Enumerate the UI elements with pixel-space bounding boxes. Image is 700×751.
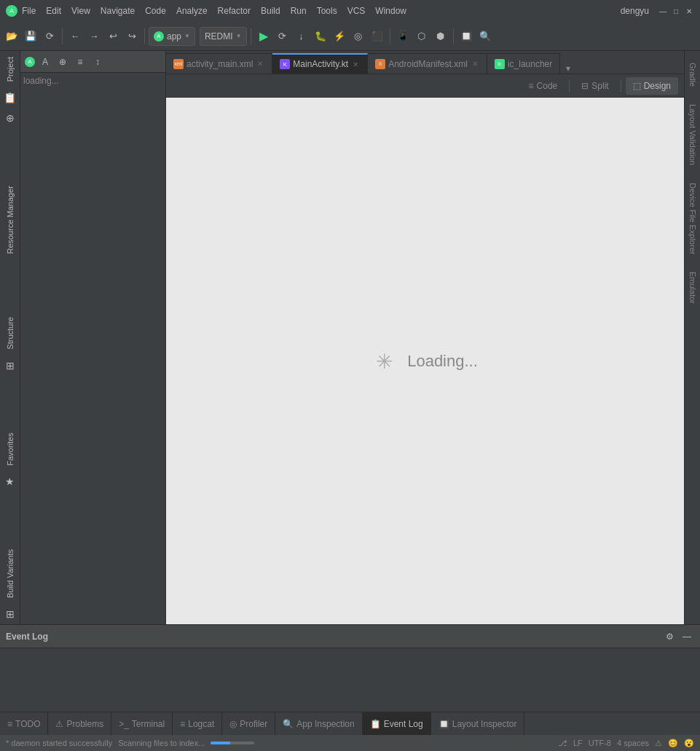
project-icon-btn-4[interactable]: ↕ (90, 55, 105, 69)
logcat-label: Logcat (188, 719, 214, 729)
forward-button[interactable]: → (85, 26, 103, 47)
menu-analyze[interactable]: Analyze (172, 4, 212, 17)
tab-xml-icon-1: xml (173, 59, 184, 69)
sidebar-icon-favorites[interactable]: ★ (1, 473, 19, 490)
app-dropdown-icon: A (154, 31, 164, 42)
git-branch-icon[interactable]: ⎇ (558, 739, 567, 748)
project-icon-btn-2[interactable]: ⊕ (55, 55, 70, 69)
search-everywhere-button[interactable]: 🔍 (476, 26, 494, 47)
menu-code[interactable]: Code (141, 4, 170, 17)
username-label: dengyu (621, 6, 649, 16)
status-tab-profiler[interactable]: ◎ Profiler (222, 712, 275, 735)
debug-button[interactable]: 🐛 (312, 26, 329, 47)
tab-android-manifest-close[interactable]: ✕ (471, 59, 479, 68)
menu-file[interactable]: File (17, 4, 40, 17)
project-icon-btn-3[interactable]: ≡ (73, 55, 87, 69)
loading-spinner (372, 350, 396, 373)
menu-refactor[interactable]: Refactor (213, 4, 255, 17)
menu-vcs[interactable]: VCS (343, 4, 370, 17)
sidebar-item-project[interactable]: Project (3, 51, 17, 87)
save-all-button[interactable]: 💾 (22, 26, 39, 47)
sidebar-item-structure[interactable]: Structure (3, 311, 17, 355)
status-tab-layout-inspector[interactable]: 🔲 Layout Inspector (431, 712, 525, 735)
status-tab-logcat[interactable]: ≡ Logcat (173, 712, 222, 735)
step-over-button[interactable]: ⟳ (274, 26, 291, 47)
tab-main-activity-close[interactable]: ✕ (351, 60, 360, 69)
left-strip: Project 📋 ⊕ Resource Manager Structure ⊞… (0, 51, 20, 624)
design-view-button[interactable]: ⬚ Design (626, 77, 678, 95)
design-label: Design (644, 81, 671, 91)
loading-area: Loading... (166, 98, 684, 624)
right-tab-layout-validation[interactable]: Layout Validation (686, 98, 699, 171)
layout-inspector-label: Layout Inspector (452, 719, 517, 729)
layout-editor-button[interactable]: 🔲 (457, 26, 475, 47)
status-tab-event-log[interactable]: 📋 Event Log (363, 712, 431, 735)
close-button[interactable]: ✕ (684, 6, 694, 16)
menu-build[interactable]: Build (256, 4, 285, 17)
status-tab-problems[interactable]: ⚠ Problems (48, 712, 111, 735)
menu-view[interactable]: View (67, 4, 95, 17)
encoding-label[interactable]: UTF-8 (589, 739, 611, 747)
event-log-icon: 📋 (370, 719, 381, 729)
run-button[interactable]: ▶ (255, 26, 272, 47)
settings-button[interactable]: ⚙ (662, 629, 677, 644)
maximize-button[interactable]: □ (671, 6, 681, 16)
status-tab-terminal[interactable]: >_ Terminal (111, 712, 173, 735)
split-icon: ⊟ (581, 81, 589, 91)
menu-window[interactable]: Window (371, 4, 411, 17)
app-dropdown-arrow: ▼ (184, 33, 190, 39)
another-btn[interactable]: ↪ (123, 26, 141, 47)
problems-label: Problems (66, 719, 103, 729)
status-tab-todo[interactable]: ≡ TODO (0, 712, 48, 735)
lf-label[interactable]: LF (573, 739, 583, 747)
editor-sep-2 (621, 79, 621, 93)
sdk-manager-button[interactable]: ⬢ (432, 26, 449, 47)
refresh-button[interactable]: ⟳ (41, 26, 58, 47)
project-icon-btn-1[interactable]: A (38, 55, 52, 69)
menu-edit[interactable]: Edit (42, 4, 66, 17)
warning-icon[interactable]: ⚠ (655, 739, 662, 748)
tab-more-button[interactable]: ▾ (560, 63, 576, 74)
sidebar-item-build-variants[interactable]: Build Variants (3, 543, 17, 604)
right-tab-device-file-explorer[interactable]: Device File Explorer (686, 177, 699, 260)
menu-tools[interactable]: Tools (312, 4, 342, 17)
sidebar-icon-1[interactable]: 📋 (1, 89, 19, 106)
back-button[interactable]: ← (66, 26, 84, 47)
split-view-button[interactable]: ⊟ Split (574, 77, 616, 95)
emoji-2: 😮 (684, 739, 694, 748)
stop-button[interactable]: ⬛ (369, 26, 386, 47)
minimize-button[interactable]: — (658, 6, 668, 16)
status-tab-app-inspection[interactable]: 🔍 App Inspection (275, 712, 362, 735)
avd-manager-button[interactable]: ⬡ (413, 26, 430, 47)
menu-navigate[interactable]: Navigate (96, 4, 139, 17)
right-tab-gradle[interactable]: Gradle (686, 57, 699, 93)
app-dropdown[interactable]: A app ▼ (149, 27, 195, 46)
sidebar-item-resource-manager[interactable]: Resource Manager (3, 180, 17, 260)
tab-main-activity[interactable]: K MainActivity.kt ✕ (272, 53, 368, 74)
spaces-label[interactable]: 4 spaces (617, 739, 649, 747)
right-tab-emulator[interactable]: Emulator (686, 266, 699, 310)
sidebar-icon-structure[interactable]: ⊞ (1, 357, 19, 374)
sidebar-item-favorites[interactable]: Favorites (3, 427, 17, 471)
menu-run[interactable]: Run (286, 4, 311, 17)
open-folder-button[interactable]: 📂 (3, 26, 20, 47)
tab-activity-main-close[interactable]: ✕ (256, 59, 264, 68)
app-logo: A (6, 5, 17, 17)
tab-android-manifest[interactable]: X AndroidManifest.xml ✕ (368, 53, 487, 74)
menu-bar: File Edit View Navigate Code Analyze Ref… (17, 4, 411, 17)
coverage-button[interactable]: ◎ (350, 26, 367, 47)
code-view-button[interactable]: ≡ Code (522, 77, 565, 95)
main-area: Project 📋 ⊕ Resource Manager Structure ⊞… (0, 51, 700, 624)
sidebar-icon-2[interactable]: ⊕ (1, 109, 19, 127)
close-panel-button[interactable]: — (680, 629, 694, 644)
revert-button[interactable]: ↩ (104, 26, 122, 47)
device-manager-button[interactable]: 📱 (394, 26, 412, 47)
device-dropdown[interactable]: REDMI ▼ (200, 27, 247, 46)
step-into-button[interactable]: ↓ (293, 26, 310, 47)
tab-activity-main[interactable]: xml activity_main.xml ✕ (166, 53, 272, 74)
layout-inspector-icon: 🔲 (439, 719, 449, 729)
tab-ic-launcher[interactable]: ic ic_launcher (487, 53, 560, 74)
code-icon: ≡ (529, 81, 534, 91)
sidebar-icon-more[interactable]: ⊞ (1, 605, 19, 623)
profile-button[interactable]: ⚡ (331, 26, 348, 47)
